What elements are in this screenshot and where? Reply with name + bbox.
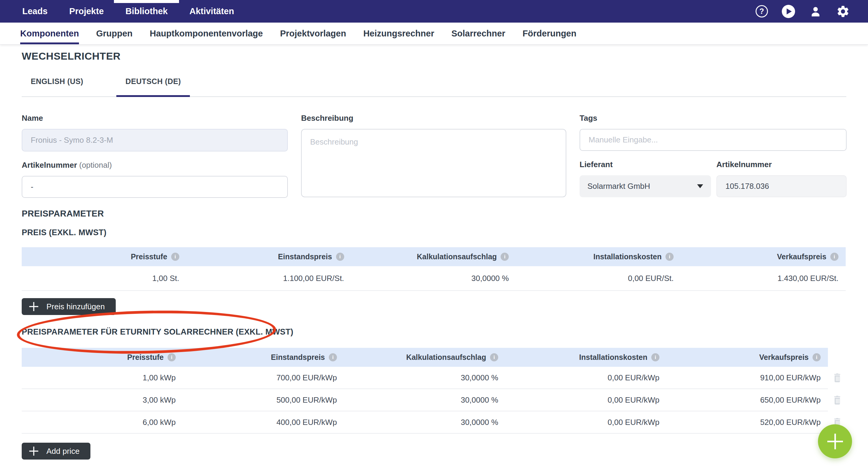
cell-verkaufspreis: 910,00 EUR/kWp — [667, 373, 828, 382]
cell-einstandspreis: 400,00 EUR/kWp — [183, 418, 344, 427]
tags-field[interactable] — [580, 129, 846, 151]
col-preisstufe: Preisstufei — [22, 252, 187, 261]
beschreibung-field[interactable] — [301, 129, 566, 197]
cell-preisstufe: 6,00 kWp — [22, 418, 183, 427]
play-tutorial-icon[interactable] — [782, 5, 795, 18]
price-table: Preisstufei Einstandspreisi Kalkulations… — [22, 247, 846, 291]
cell-installationskosten: 0,00 EUR/kWp — [505, 418, 667, 427]
lieferant-label: Lieferant — [580, 160, 711, 169]
preisparameter-heading: PREISPARAMETER — [22, 209, 868, 218]
cell-einstandspreis: 500,00 EUR/kWp — [183, 396, 344, 405]
solar-price-row[interactable]: 1,00 kWp 700,00 EUR/kWp 30,0000 % 0,00 E… — [22, 367, 828, 389]
language-tabs: ENGLISH (US) DEUTSCH (DE) — [22, 72, 846, 97]
plus-icon — [28, 301, 39, 312]
tab-hauptkomponentenvorlage[interactable]: Hauptkomponentenvorlage — [150, 23, 263, 44]
optional-suffix: (optional) — [79, 161, 112, 170]
topnav-item-leads[interactable]: Leads — [22, 0, 48, 23]
lieferant-selected-value: Solarmarkt GmbH — [587, 181, 650, 191]
info-icon[interactable]: i — [171, 253, 179, 261]
cell-einstandspreis: 1.100,00 EUR/St. — [187, 274, 351, 283]
info-icon[interactable]: i — [651, 353, 659, 361]
solar-price-heading-wrap: PREISPARAMETER FÜR ETURNITY SOLARRECHNER… — [22, 328, 293, 336]
info-icon[interactable]: i — [329, 353, 337, 361]
col-installationskosten: Installationskosteni — [505, 353, 667, 362]
preis-exkl-mwst-heading: PREIS (EXKL. MWST) — [22, 229, 868, 237]
info-icon[interactable]: i — [665, 253, 674, 261]
col-einstandspreis: Einstandspreisi — [183, 353, 344, 362]
form-col-left: Name Artikelnummer (optional) — [22, 114, 288, 198]
artikelnummer-optional-label: Artikelnummer (optional) — [22, 161, 288, 169]
topnav-item-projekte[interactable]: Projekte — [69, 0, 104, 23]
tab-heizungsrechner[interactable]: Heizungsrechner — [363, 23, 434, 44]
col-verkaufspreis: Verkaufspreisi — [667, 353, 828, 362]
topnav-icon-group: ? — [755, 0, 850, 23]
fab-add-button[interactable] — [818, 424, 852, 458]
delete-row-icon[interactable] — [833, 373, 842, 383]
name-field[interactable] — [22, 129, 288, 151]
form-col-middle: Beschreibung — [301, 114, 566, 198]
col-einstandspreis: Einstandspreisi — [187, 252, 351, 261]
tab-komponenten[interactable]: Komponenten — [20, 23, 79, 44]
tab-projektvorlagen[interactable]: Projektvorlagen — [280, 23, 346, 44]
col-verkaufspreis: Verkaufspreisi — [681, 252, 846, 261]
component-detail-page: WECHSELRICHTER ENGLISH (US) DEUTSCH (DE)… — [0, 50, 868, 460]
cell-preisstufe: 1,00 St. — [22, 274, 187, 283]
price-table-header: Preisstufei Einstandspreisi Kalkulations… — [22, 247, 846, 266]
cell-verkaufspreis: 650,00 EUR/kWp — [667, 396, 828, 405]
add-price-button-de[interactable]: Preis hinzufügen — [22, 298, 116, 315]
price-row[interactable]: 1,00 St. 1.100,00 EUR/St. 30,0000 % 0,00… — [22, 266, 846, 291]
topnav-item-bibliothek[interactable]: Bibliothek — [125, 0, 167, 23]
col-installationskosten: Installationskosteni — [516, 252, 681, 261]
name-label: Name — [22, 114, 288, 122]
tab-gruppen[interactable]: Gruppen — [96, 23, 133, 44]
lieferant-select[interactable]: Solarmarkt GmbH — [580, 175, 711, 197]
page-title: WECHSELRICHTER — [22, 50, 868, 61]
plus-icon — [826, 432, 844, 451]
col-kalkulationsaufschlag: Kalkulationsaufschlagi — [344, 353, 505, 362]
artikelnummer-field[interactable] — [716, 175, 846, 197]
artikelnummer-optional-field[interactable] — [22, 176, 288, 198]
top-nav-items: Leads Projekte Bibliothek Aktivitäten — [22, 0, 234, 23]
info-icon[interactable]: i — [336, 253, 344, 261]
cell-verkaufspreis: 1.430,00 EUR/St. — [681, 274, 846, 283]
info-icon[interactable]: i — [490, 353, 498, 361]
beschreibung-label: Beschreibung — [301, 114, 566, 122]
lieferant-group: Lieferant Solarmarkt GmbH — [580, 160, 711, 197]
solar-price-row[interactable]: 3,00 kWp 500,00 EUR/kWp 30,0000 % 0,00 E… — [22, 389, 828, 411]
artikelnummer-label: Artikelnummer — [716, 160, 846, 169]
tab-deutsch-de[interactable]: DEUTSCH (DE) — [116, 72, 190, 96]
cell-kalkulationsaufschlag: 30,0000 % — [344, 418, 505, 427]
component-form: Name Artikelnummer (optional) Beschreibu… — [22, 114, 846, 198]
tab-foerderungen[interactable]: Förderungen — [523, 23, 577, 44]
cell-kalkulationsaufschlag: 30,0000 % — [344, 373, 505, 382]
add-price-button-en[interactable]: Add price — [22, 443, 90, 460]
cell-kalkulationsaufschlag: 30,0000 % — [351, 274, 516, 283]
solar-price-table: Preisstufei Einstandspreisi Kalkulations… — [22, 348, 828, 434]
info-icon[interactable]: i — [812, 353, 821, 361]
cell-preisstufe: 3,00 kWp — [22, 396, 183, 405]
info-icon[interactable]: i — [167, 353, 176, 361]
top-nav: Leads Projekte Bibliothek Aktivitäten ? — [0, 0, 868, 23]
help-icon[interactable]: ? — [755, 5, 768, 18]
play-triangle-icon — [786, 8, 792, 14]
topnav-item-aktivitaeten[interactable]: Aktivitäten — [189, 0, 234, 23]
cell-installationskosten: 0,00 EUR/kWp — [505, 396, 667, 405]
settings-gear-icon[interactable] — [836, 4, 850, 19]
tab-solarrechner[interactable]: Solarrechner — [452, 23, 505, 44]
col-kalkulationsaufschlag: Kalkulationsaufschlagi — [351, 252, 516, 261]
library-sub-nav: Komponenten Gruppen Hauptkomponentenvorl… — [0, 23, 868, 44]
col-preisstufe: Preisstufei — [22, 353, 183, 362]
cell-einstandspreis: 700,00 EUR/kWp — [183, 373, 344, 382]
cell-installationskosten: 0,00 EUR/St. — [516, 274, 681, 283]
cell-preisstufe: 1,00 kWp — [22, 373, 183, 382]
solar-price-heading: PREISPARAMETER FÜR ETURNITY SOLARRECHNER… — [22, 328, 293, 336]
tab-english-us[interactable]: ENGLISH (US) — [22, 72, 92, 96]
info-icon[interactable]: i — [830, 253, 838, 261]
user-icon[interactable] — [809, 5, 822, 18]
delete-row-icon[interactable] — [833, 395, 842, 405]
artikelnummer-group: Artikelnummer — [716, 160, 846, 197]
solar-price-table-header: Preisstufei Einstandspreisi Kalkulations… — [22, 348, 828, 367]
cell-installationskosten: 0,00 EUR/kWp — [505, 373, 667, 382]
solar-price-row[interactable]: 6,00 kWp 400,00 EUR/kWp 30,0000 % 0,00 E… — [22, 411, 828, 434]
info-icon[interactable]: i — [501, 253, 509, 261]
